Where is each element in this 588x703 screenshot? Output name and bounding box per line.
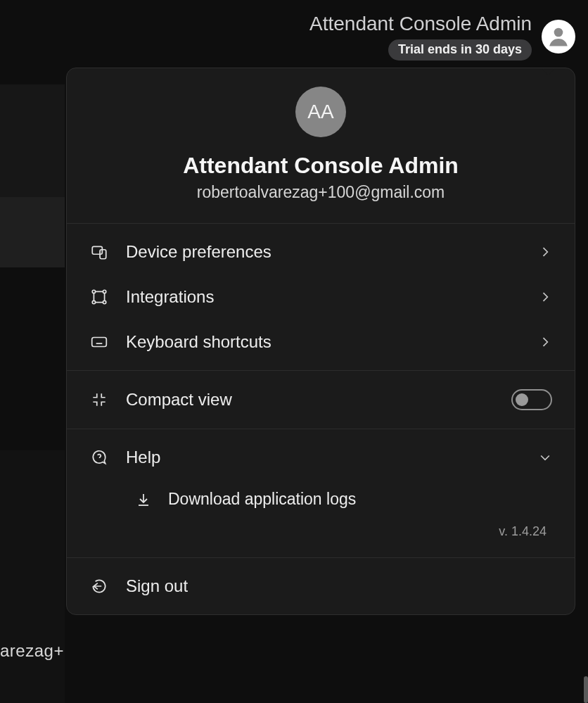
chevron-right-icon bbox=[538, 245, 552, 259]
person-icon bbox=[546, 24, 571, 49]
scrollbar-thumb[interactable] bbox=[584, 676, 588, 703]
menu-item-compact-view[interactable]: Compact view bbox=[67, 376, 575, 423]
help-icon bbox=[89, 448, 109, 467]
chevron-down-icon bbox=[538, 450, 552, 464]
keyboard-icon bbox=[89, 332, 109, 352]
svg-point-0 bbox=[554, 28, 563, 37]
background-text-fragment: arezag+ bbox=[0, 641, 64, 661]
menu-item-integrations[interactable]: Integrations bbox=[67, 274, 575, 319]
svg-point-4 bbox=[103, 290, 106, 293]
svg-point-3 bbox=[92, 290, 95, 293]
header-titles: Attendant Console Admin Trial ends in 30… bbox=[309, 13, 532, 61]
header-title: Attendant Console Admin bbox=[309, 13, 532, 35]
menu-item-help[interactable]: Help bbox=[67, 435, 575, 480]
svg-rect-7 bbox=[92, 338, 107, 347]
version-label: v. 1.4.24 bbox=[67, 521, 575, 552]
menu-item-keyboard-shortcuts[interactable]: Keyboard shortcuts bbox=[67, 319, 575, 365]
profile-block: AA Attendant Console Admin robertoalvare… bbox=[67, 68, 575, 224]
chevron-right-icon bbox=[538, 335, 552, 349]
menu-item-label: Sign out bbox=[126, 576, 552, 596]
compact-view-toggle[interactable] bbox=[511, 389, 552, 410]
profile-email: robertoalvarezag+100@gmail.com bbox=[81, 183, 561, 202]
menu-item-download-logs[interactable]: Download application logs bbox=[67, 480, 575, 521]
download-icon bbox=[134, 490, 153, 509]
user-avatar-button[interactable] bbox=[542, 20, 575, 53]
menu-item-label: Keyboard shortcuts bbox=[126, 332, 521, 352]
background-panel bbox=[0, 450, 65, 703]
menu-item-label: Integrations bbox=[126, 287, 521, 307]
menu-item-label: Help bbox=[126, 448, 521, 467]
compact-view-icon bbox=[89, 390, 109, 410]
integrations-icon bbox=[89, 287, 109, 307]
menu-item-label: Download application logs bbox=[168, 490, 356, 509]
trial-badge: Trial ends in 30 days bbox=[388, 39, 532, 61]
header: Attendant Console Admin Trial ends in 30… bbox=[309, 13, 575, 61]
menu-item-label: Compact view bbox=[126, 390, 494, 410]
background-panel bbox=[0, 197, 65, 267]
menu-section-view: Compact view bbox=[67, 371, 575, 429]
sign-out-icon bbox=[89, 576, 109, 596]
menu-item-device-preferences[interactable]: Device preferences bbox=[67, 229, 575, 274]
menu-section-help: Help Download application logs v. 1.4.24 bbox=[67, 429, 575, 558]
svg-point-5 bbox=[92, 300, 95, 303]
menu-section-settings: Device preferences Integrations bbox=[67, 224, 575, 371]
menu-item-sign-out[interactable]: Sign out bbox=[67, 564, 575, 609]
svg-point-6 bbox=[103, 300, 106, 303]
profile-avatar: AA bbox=[295, 87, 346, 137]
user-menu-panel: AA Attendant Console Admin robertoalvare… bbox=[66, 68, 575, 615]
menu-item-label: Device preferences bbox=[126, 242, 521, 262]
menu-section-signout: Sign out bbox=[67, 558, 575, 614]
chevron-right-icon bbox=[538, 290, 552, 304]
profile-name: Attendant Console Admin bbox=[81, 153, 561, 179]
devices-icon bbox=[89, 242, 109, 262]
